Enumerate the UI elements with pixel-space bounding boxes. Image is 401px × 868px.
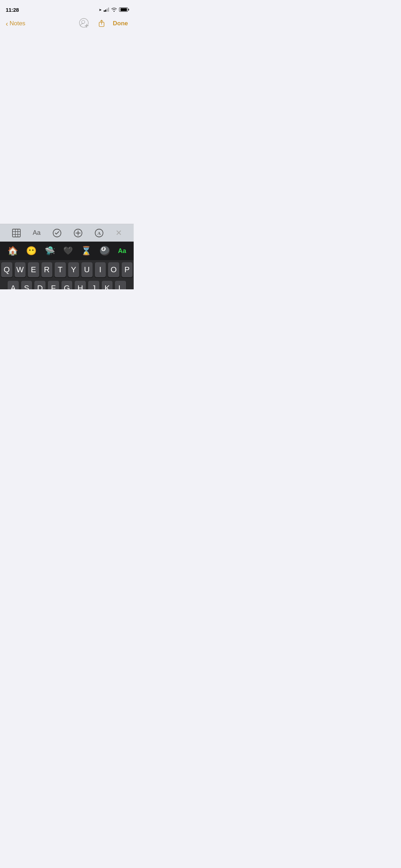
checklist-button[interactable]: [52, 228, 62, 238]
key-a[interactable]: A: [7, 281, 19, 289]
status-time: 11:28: [6, 7, 19, 13]
key-y[interactable]: Y: [68, 262, 79, 277]
svg-point-1: [82, 20, 85, 24]
signal-bar-3: [107, 9, 108, 12]
format-aa-label: Aa: [33, 229, 41, 237]
emoji-pixel-heart[interactable]: 🖤: [63, 246, 73, 255]
emoji-house[interactable]: 🏠: [7, 246, 18, 256]
share-button[interactable]: [97, 19, 106, 28]
table-button[interactable]: [12, 228, 21, 238]
key-k[interactable]: K: [102, 281, 113, 289]
key-d[interactable]: D: [34, 281, 46, 289]
battery-tip: [128, 9, 129, 11]
key-q[interactable]: Q: [1, 262, 12, 277]
pen-button[interactable]: A: [94, 228, 104, 238]
key-rows: Q W E R T Y U I O P A S D F G H J K L ⬆: [0, 260, 134, 289]
signal-bar-2: [105, 10, 106, 12]
key-g[interactable]: G: [61, 281, 73, 289]
key-o[interactable]: O: [108, 262, 119, 277]
signal-bar-1: [104, 10, 105, 12]
back-chevron-icon: ‹: [6, 20, 8, 27]
key-p[interactable]: P: [122, 262, 133, 277]
signal-bar-4: [108, 7, 109, 12]
key-l[interactable]: L: [115, 281, 126, 289]
key-row-2: A S D F G H J K L: [1, 281, 133, 289]
emoji-aa-button[interactable]: Aa: [118, 247, 126, 255]
svg-rect-6: [12, 229, 20, 237]
add-person-button[interactable]: [79, 18, 90, 29]
key-f[interactable]: F: [48, 281, 59, 289]
status-bar: 11:28 ➤: [0, 0, 134, 16]
key-row-1: Q W E R T Y U I O P: [1, 262, 133, 277]
close-icon: ✕: [115, 228, 122, 238]
emoji-row: 🏠 😶 🛸 🖤 ⌛ 🎱 Aa: [0, 242, 134, 260]
key-i[interactable]: I: [95, 262, 106, 277]
nav-actions: Done: [79, 18, 128, 29]
status-icons: ➤: [99, 7, 128, 12]
key-w[interactable]: W: [15, 262, 26, 277]
keyboard: 🏠 😶 🛸 🖤 ⌛ 🎱 Aa Q W E R T Y U I O P A S D…: [0, 242, 134, 289]
key-t[interactable]: T: [55, 262, 66, 277]
done-button[interactable]: Done: [113, 20, 128, 27]
back-label: Notes: [10, 20, 25, 27]
note-content-area[interactable]: [0, 31, 134, 224]
add-item-button[interactable]: [73, 228, 83, 238]
svg-text:A: A: [98, 231, 101, 236]
nav-bar: ‹ Notes Done: [0, 16, 134, 31]
battery-icon: [119, 7, 128, 12]
key-h[interactable]: H: [74, 281, 86, 289]
key-u[interactable]: U: [81, 262, 93, 277]
format-toolbar: Aa A ✕: [0, 224, 134, 242]
emoji-expressionless[interactable]: 😶: [26, 246, 37, 256]
add-person-icon: [79, 18, 90, 29]
emoji-hourglass[interactable]: ⌛: [81, 246, 92, 256]
emoji-8ball[interactable]: 🎱: [99, 246, 110, 256]
key-r[interactable]: R: [41, 262, 53, 277]
battery-fill: [120, 8, 127, 11]
location-icon: ➤: [99, 8, 102, 12]
pen-circle-icon: A: [94, 228, 104, 238]
check-icon: [52, 228, 62, 238]
key-j[interactable]: J: [88, 281, 99, 289]
back-button[interactable]: ‹ Notes: [6, 20, 25, 27]
signal-bars: [104, 7, 109, 12]
plus-circle-icon: [73, 228, 83, 238]
wifi-icon: [111, 7, 117, 12]
format-text-button[interactable]: Aa: [33, 229, 41, 237]
key-s[interactable]: S: [21, 281, 32, 289]
key-e[interactable]: E: [28, 262, 39, 277]
table-icon: [12, 228, 21, 238]
share-icon: [97, 19, 106, 28]
emoji-ufo[interactable]: 🛸: [45, 246, 55, 256]
close-keyboard-button[interactable]: ✕: [115, 228, 122, 238]
